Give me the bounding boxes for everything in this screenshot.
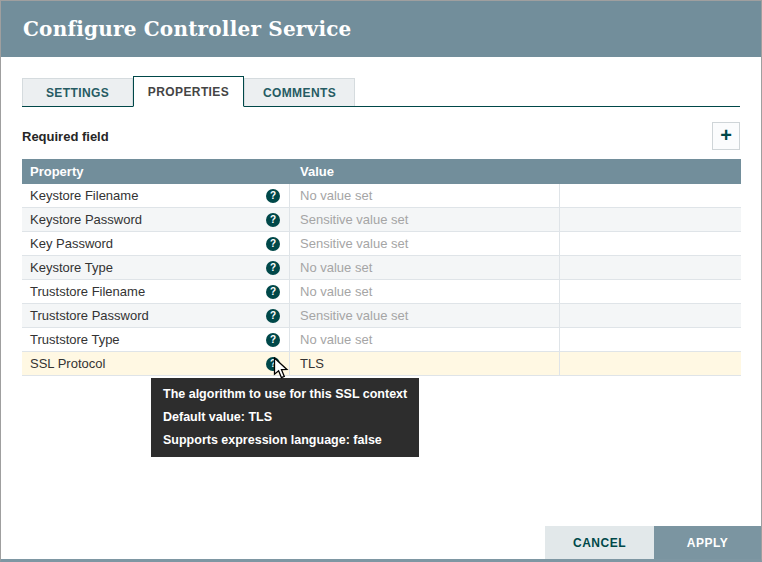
table-row[interactable]: Truststore Password?Sensitive value set (22, 304, 741, 328)
tooltip-default-value: Default value: TLS (163, 410, 407, 424)
tab-comments[interactable]: COMMENTS (244, 78, 355, 106)
property-cell: Truststore Filename? (22, 280, 290, 303)
apply-button[interactable]: APPLY (654, 526, 761, 559)
table-row[interactable]: Truststore Filename?No value set (22, 280, 741, 304)
tab-settings-label: SETTINGS (46, 86, 109, 100)
value-cell[interactable]: No value set (290, 184, 560, 207)
dialog-title: Configure Controller Service (23, 17, 352, 41)
tooltip-expression-language: Supports expression language: false (163, 433, 407, 447)
property-value: TLS (300, 356, 324, 371)
help-icon[interactable]: ? (266, 285, 280, 299)
property-help-tooltip: The algorithm to use for this SSL contex… (151, 378, 419, 457)
property-value: No value set (300, 188, 372, 203)
property-value: No value set (300, 332, 372, 347)
table-row[interactable]: Keystore Type?No value set (22, 256, 741, 280)
help-icon[interactable]: ? (266, 189, 280, 203)
property-cell: Truststore Type? (22, 328, 290, 351)
tab-bar: SETTINGS PROPERTIES COMMENTS (22, 76, 740, 107)
property-name: SSL Protocol (30, 356, 266, 371)
property-name: Keystore Type (30, 260, 266, 275)
value-cell[interactable]: Sensitive value set (290, 304, 560, 327)
tooltip-description: The algorithm to use for this SSL contex… (163, 387, 407, 401)
table-body: Keystore Filename?No value setKeystore P… (22, 184, 741, 376)
required-field-label: Required field (22, 129, 109, 144)
property-value: Sensitive value set (300, 212, 408, 227)
property-name: Truststore Password (30, 308, 266, 323)
dialog-header: Configure Controller Service (1, 1, 761, 57)
dialog-content: SETTINGS PROPERTIES COMMENTS Required fi… (1, 76, 761, 376)
configure-controller-service-dialog: Configure Controller Service SETTINGS PR… (0, 0, 762, 562)
column-header-value: Value (290, 164, 560, 179)
plus-icon: + (720, 125, 732, 145)
tab-comments-label: COMMENTS (263, 86, 336, 100)
help-icon[interactable]: ? (266, 357, 280, 371)
property-value: Sensitive value set (300, 236, 408, 251)
table-row[interactable]: Keystore Filename?No value set (22, 184, 741, 208)
help-icon[interactable]: ? (266, 309, 280, 323)
value-cell[interactable]: No value set (290, 328, 560, 351)
property-name: Keystore Filename (30, 188, 266, 203)
value-cell[interactable]: No value set (290, 280, 560, 303)
tab-settings[interactable]: SETTINGS (22, 78, 133, 106)
dialog-footer: CANCEL APPLY (545, 526, 761, 559)
table-row[interactable]: Keystore Password?Sensitive value set (22, 208, 741, 232)
tab-properties-label: PROPERTIES (148, 85, 229, 99)
property-cell: Truststore Password? (22, 304, 290, 327)
property-name: Truststore Type (30, 332, 266, 347)
properties-table: Property Value Keystore Filename?No valu… (22, 159, 741, 376)
value-cell[interactable]: Sensitive value set (290, 208, 560, 231)
cancel-button[interactable]: CANCEL (545, 526, 654, 559)
table-header-row: Property Value (22, 159, 741, 184)
property-cell: Keystore Filename? (22, 184, 290, 207)
help-icon[interactable]: ? (266, 261, 280, 275)
property-cell: Keystore Password? (22, 208, 290, 231)
table-row[interactable]: SSL Protocol?TLS (22, 352, 741, 376)
property-value: Sensitive value set (300, 308, 408, 323)
help-icon[interactable]: ? (266, 333, 280, 347)
value-cell[interactable]: Sensitive value set (290, 232, 560, 255)
value-cell[interactable]: No value set (290, 256, 560, 279)
column-header-property: Property (22, 164, 290, 179)
help-icon[interactable]: ? (266, 213, 280, 227)
table-row[interactable]: Key Password?Sensitive value set (22, 232, 741, 256)
property-name: Keystore Password (30, 212, 266, 227)
add-property-button[interactable]: + (712, 122, 740, 150)
value-cell[interactable]: TLS (290, 352, 560, 375)
table-row[interactable]: Truststore Type?No value set (22, 328, 741, 352)
property-cell: SSL Protocol? (22, 352, 290, 375)
tab-properties[interactable]: PROPERTIES (133, 76, 244, 107)
property-value: No value set (300, 260, 372, 275)
help-icon[interactable]: ? (266, 237, 280, 251)
property-name: Truststore Filename (30, 284, 266, 299)
property-cell: Keystore Type? (22, 256, 290, 279)
property-cell: Key Password? (22, 232, 290, 255)
table-controls: Required field + (22, 122, 740, 150)
property-name: Key Password (30, 236, 266, 251)
property-value: No value set (300, 284, 372, 299)
